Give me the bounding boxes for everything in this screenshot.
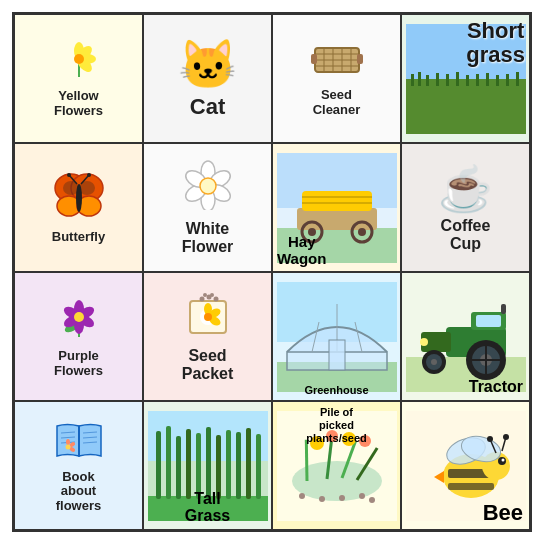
seed-packet-label: Seed Packet — [182, 347, 234, 382]
svg-point-78 — [203, 293, 207, 297]
bee-label: Bee — [483, 501, 523, 525]
svg-rect-29 — [506, 74, 509, 86]
svg-rect-119 — [156, 431, 161, 499]
butterfly-icon — [51, 170, 107, 228]
svg-rect-18 — [406, 79, 526, 134]
book-flowers-label: Book about flowers — [56, 470, 102, 513]
hay-wagon-label: Hay Wagon — [277, 234, 326, 267]
svg-point-112 — [66, 439, 70, 445]
cell-short-grass[interactable]: Short grass — [401, 14, 530, 143]
svg-rect-93 — [501, 304, 506, 314]
purple-flowers-icon — [54, 295, 104, 347]
svg-point-59 — [358, 228, 366, 236]
cell-hay-wagon[interactable]: Hay Wagon — [272, 143, 401, 272]
cell-seed-cleaner[interactable]: Seed Cleaner — [272, 14, 401, 143]
svg-rect-87 — [329, 340, 345, 370]
cell-coffee-cup[interactable]: ☕ Coffee Cup — [401, 143, 530, 272]
svg-point-137 — [319, 496, 325, 502]
tall-grass-label: Tall Grass — [144, 490, 271, 525]
svg-point-74 — [204, 313, 212, 321]
svg-rect-53 — [302, 191, 372, 211]
yellow-flowers-icon — [55, 39, 103, 87]
cell-greenhouse[interactable]: Greenhouse — [272, 272, 401, 401]
svg-rect-20 — [418, 72, 421, 86]
tractor-label: Tractor — [469, 378, 523, 396]
svg-rect-52 — [297, 208, 377, 230]
svg-point-77 — [213, 296, 218, 301]
svg-point-151 — [501, 458, 504, 461]
svg-point-41 — [87, 173, 91, 177]
cat-icon: 🐱 — [178, 37, 238, 93]
greenhouse-bg — [273, 273, 400, 400]
seed-packet-icon — [182, 291, 234, 345]
cell-butterfly[interactable]: Butterfly — [14, 143, 143, 272]
cell-book-flowers[interactable]: Book about flowers — [14, 401, 143, 530]
book-icon — [53, 418, 105, 468]
coffee-cup-icon: ☕ — [438, 163, 493, 215]
svg-rect-25 — [466, 75, 469, 86]
seed-cleaner-icon — [311, 40, 363, 86]
svg-point-39 — [67, 173, 71, 177]
svg-point-5 — [74, 54, 84, 64]
svg-rect-26 — [476, 74, 479, 86]
svg-rect-127 — [236, 432, 241, 499]
cell-white-flower[interactable]: White Flower — [143, 143, 272, 272]
svg-rect-23 — [446, 74, 449, 86]
svg-rect-123 — [196, 433, 201, 499]
svg-point-75 — [199, 296, 204, 301]
svg-point-138 — [339, 495, 345, 501]
svg-rect-120 — [166, 426, 171, 499]
cell-tall-grass[interactable]: Tall Grass — [143, 401, 272, 530]
svg-rect-21 — [426, 75, 429, 86]
coffee-cup-label: Coffee Cup — [441, 217, 491, 252]
greenhouse-label: Greenhouse — [273, 384, 400, 396]
cell-seed-packet[interactable]: Seed Packet — [143, 272, 272, 401]
svg-point-103 — [431, 359, 437, 365]
svg-point-79 — [210, 293, 214, 297]
svg-point-95 — [420, 338, 428, 346]
cell-pile-plants[interactable]: Pile of picked plants/seed — [272, 401, 401, 530]
svg-rect-28 — [496, 75, 499, 86]
svg-rect-126 — [226, 430, 231, 499]
svg-point-68 — [74, 312, 84, 322]
svg-point-37 — [76, 184, 82, 212]
svg-rect-129 — [256, 434, 261, 499]
svg-point-158 — [503, 434, 509, 440]
svg-rect-128 — [246, 428, 251, 499]
svg-point-139 — [359, 493, 365, 499]
svg-point-156 — [487, 436, 493, 442]
svg-rect-19 — [411, 74, 414, 86]
svg-rect-30 — [516, 72, 519, 86]
pile-plants-label: Pile of picked plants/seed — [273, 406, 400, 446]
white-flower-label: White Flower — [182, 220, 234, 255]
short-grass-label: Short grass — [466, 19, 525, 67]
svg-rect-14 — [311, 54, 317, 64]
cat-label: Cat — [190, 95, 225, 119]
white-flower-icon — [182, 160, 234, 218]
butterfly-label: Butterfly — [52, 230, 105, 244]
cell-cat[interactable]: 🐱 Cat — [143, 14, 272, 143]
yellow-flowers-label: Yellow Flowers — [54, 89, 103, 118]
cell-bee[interactable]: Bee — [401, 401, 530, 530]
svg-rect-148 — [448, 483, 494, 490]
cell-purple-flowers[interactable]: Purple Flowers — [14, 272, 143, 401]
svg-rect-15 — [357, 54, 363, 64]
cell-yellow-flowers[interactable]: Yellow Flowers — [14, 14, 143, 143]
svg-rect-24 — [456, 72, 459, 86]
svg-rect-122 — [186, 429, 191, 499]
cell-tractor[interactable]: Tractor — [401, 272, 530, 401]
svg-point-48 — [200, 178, 216, 194]
bingo-grid: Yellow Flowers 🐱 Cat — [12, 12, 532, 532]
svg-point-136 — [299, 493, 305, 499]
svg-rect-92 — [476, 315, 501, 327]
svg-rect-124 — [206, 427, 211, 499]
svg-point-115 — [65, 445, 70, 450]
svg-rect-27 — [486, 73, 489, 86]
seed-cleaner-label: Seed Cleaner — [313, 88, 361, 117]
svg-point-140 — [369, 497, 375, 503]
svg-rect-22 — [436, 73, 439, 86]
purple-flowers-label: Purple Flowers — [54, 349, 103, 378]
